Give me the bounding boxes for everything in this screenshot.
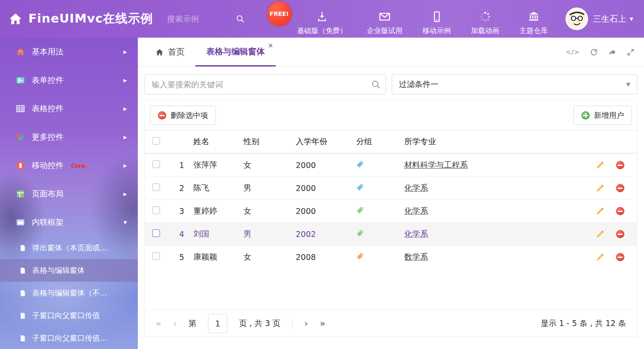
add-user-button[interactable]: 新增用户 [573, 106, 632, 125]
sidebar-item-form-controls[interactable]: 表单控件 ▶ [0, 66, 138, 94]
sidebar-item-page-layout[interactable]: 页面布局 ▶ [0, 180, 138, 208]
cell-name: 康颖颖 [193, 252, 243, 262]
cell-name: 陈飞 [193, 183, 243, 194]
edit-icon[interactable] [596, 161, 604, 170]
spinner-icon [479, 11, 491, 23]
table-row[interactable]: 5 康颖颖 女 2008 数学系 [145, 245, 637, 268]
select-checkbox[interactable] [152, 229, 160, 237]
page-input[interactable] [208, 314, 227, 333]
select-checkbox[interactable] [152, 160, 160, 168]
prev-page-icon[interactable]: ‹ [173, 319, 177, 328]
first-page-icon[interactable]: « [156, 319, 161, 328]
file-icon [19, 312, 26, 319]
record-summary: 显示 1 - 5 条 , 共 12 条 [540, 318, 626, 329]
sidebar-subitem-label: 弹出窗体（本页面或... [32, 243, 107, 253]
source-code-icon[interactable]: </> [566, 48, 580, 56]
delete-row-icon[interactable] [616, 253, 624, 261]
delete-selected-button[interactable]: 删除选中项 [150, 106, 216, 125]
grid-panel: 删除选中项 新增用户 姓名 性别 入学年份 分组 所学专业 1 张萍萍 女 20… [145, 100, 637, 337]
cell-year: 2000 [296, 183, 356, 193]
sidebar-subitem-grid-edit-window-2[interactable]: 表格与编辑窗体（不... [0, 282, 138, 304]
delete-row-icon[interactable] [616, 230, 624, 238]
table-row-selected[interactable]: 4 刘国 男 2002 化学系 [145, 222, 637, 245]
delete-row-icon[interactable] [616, 161, 624, 169]
sidebar: 基本用法 ▶ 表单控件 ▶ 表格控件 ▶ 更多控件 ▶ 移动控件 Corp. ▶… [0, 38, 138, 349]
select-checkbox[interactable] [152, 206, 160, 214]
table-row[interactable]: 2 陈飞 男 2000 化学系 [145, 176, 637, 199]
sidebar-subitem-child-to-parent-2[interactable]: 子窗口向父窗口传值... [0, 327, 138, 349]
col-header-name: 姓名 [193, 136, 243, 147]
col-header-gender: 性别 [243, 136, 296, 147]
major-link[interactable]: 材料科学与工程系 [404, 160, 468, 169]
sidebar-subitem-grid-edit-window[interactable]: 表格与编辑窗体 [0, 259, 138, 282]
expand-icon[interactable] [626, 48, 635, 56]
nav-item-enterprise-trial[interactable]: 企业版试用 [357, 3, 413, 36]
sidebar-subitem-child-to-parent[interactable]: 子窗口向父窗口传值 [0, 304, 138, 327]
edit-icon[interactable] [596, 253, 604, 262]
sidebar-item-iframe[interactable]: 内联框架 ▼ [0, 208, 138, 237]
nav-item-label: 移动示例 [423, 26, 451, 36]
major-link[interactable]: 化学系 [404, 206, 428, 215]
sidebar-item-label: 更多控件 [32, 132, 63, 143]
tab-grid-edit-window[interactable]: 表格与编辑窗体 × [195, 38, 276, 66]
cell-gender: 男 [243, 183, 296, 194]
header-search [167, 14, 245, 23]
edit-icon[interactable] [596, 184, 604, 193]
user-menu[interactable]: 三生石上 ▼ [558, 8, 644, 30]
select-all-checkbox[interactable] [152, 137, 160, 145]
chevron-right-icon: ▶ [124, 135, 127, 140]
tab-bar: 首页 表格与编辑窗体 × </> [138, 38, 644, 67]
search-icon[interactable] [236, 14, 245, 23]
select-checkbox[interactable] [152, 252, 160, 260]
nav-item-mobile-demo[interactable]: 移动示例 [413, 3, 461, 36]
phone-icon [431, 11, 443, 23]
table-row[interactable]: 3 董婷婷 女 2000 化学系 [145, 199, 637, 222]
app-logo[interactable]: FineUIMvc在线示例 [0, 10, 153, 27]
share-icon[interactable] [608, 48, 616, 56]
header-search-input[interactable] [167, 14, 230, 23]
home-icon [8, 12, 23, 26]
keyword-search-input[interactable] [145, 74, 386, 94]
sidebar-item-mobile-controls[interactable]: 移动控件 Corp. ▶ [0, 151, 138, 180]
chevron-down-icon: ▼ [124, 220, 127, 225]
tag-icon [356, 160, 364, 168]
major-link[interactable]: 化学系 [404, 229, 428, 238]
select-checkbox[interactable] [152, 183, 160, 191]
sidebar-subitem-popup-window[interactable]: 弹出窗体（本页面或... [0, 237, 138, 259]
row-index: 4 [170, 229, 193, 239]
delete-row-icon[interactable] [616, 184, 624, 192]
avatar [565, 8, 588, 30]
row-index: 1 [170, 160, 193, 170]
sidebar-item-more-controls[interactable]: 更多控件 ▶ [0, 123, 138, 151]
tab-toolbar: </> [566, 38, 635, 67]
row-index: 3 [170, 206, 193, 216]
sidebar-item-grid-controls[interactable]: 表格控件 ▶ [0, 94, 138, 123]
tab-label: 首页 [168, 46, 185, 58]
nav-item-theme-repo[interactable]: 主题仓库 [510, 3, 558, 36]
last-page-icon[interactable]: » [319, 319, 325, 328]
major-link[interactable]: 化学系 [404, 183, 428, 192]
tag-icon [356, 183, 364, 191]
tab-home[interactable]: 首页 [145, 38, 195, 66]
filter-dropdown[interactable]: 过滤条件一 ▼ [392, 74, 637, 94]
nav-item-loading-animation[interactable]: 加载动画 [461, 3, 510, 36]
cell-year: 2002 [296, 229, 356, 239]
chevron-right-icon: ▶ [124, 106, 127, 112]
close-tab-icon[interactable]: × [268, 42, 273, 49]
nav-item-basic-free[interactable]: FREE! 基础版（免费） [287, 3, 357, 36]
edit-icon[interactable] [596, 230, 604, 239]
table-row[interactable]: 1 张萍萍 女 2000 材料科学与工程系 [145, 153, 637, 176]
tag-icon [356, 206, 364, 214]
sidebar-item-basic-usage[interactable]: 基本用法 ▶ [0, 38, 138, 66]
delete-row-icon[interactable] [616, 207, 624, 215]
refresh-icon[interactable] [590, 48, 598, 56]
cell-name: 刘国 [193, 229, 243, 239]
chevron-right-icon: ▶ [124, 49, 127, 55]
edit-icon[interactable] [596, 207, 604, 216]
cell-gender: 女 [243, 206, 296, 217]
sidebar-item-label: 页面布局 [32, 189, 63, 199]
search-icon[interactable] [371, 79, 381, 89]
nav-item-label: 企业版试用 [367, 26, 403, 36]
major-link[interactable]: 数学系 [404, 252, 428, 261]
next-page-icon[interactable]: › [304, 319, 308, 328]
